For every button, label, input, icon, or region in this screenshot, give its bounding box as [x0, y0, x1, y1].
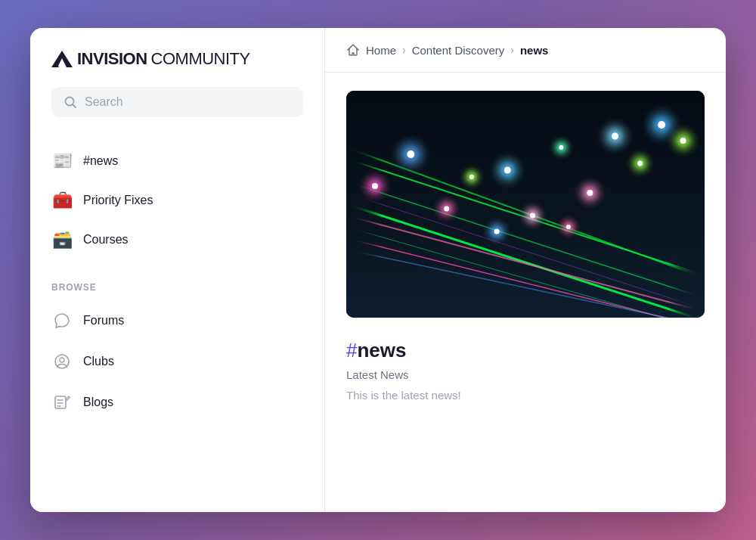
sidebar: INVISION COMMUNITY Search 📰 #news 🧰 — [30, 28, 325, 512]
logo-area: INVISION COMMUNITY — [30, 49, 324, 87]
breadcrumb-content-discovery[interactable]: Content Discovery — [412, 44, 505, 57]
svg-marker-0 — [51, 51, 73, 67]
breadcrumb-sep-2: › — [510, 44, 514, 56]
browse-section: BROWSE Forums — [30, 275, 324, 423]
browse-item-blogs-label: Blogs — [83, 396, 113, 409]
svg-point-2 — [66, 98, 74, 106]
nav-item-courses[interactable]: 🗃️ Courses — [30, 220, 324, 259]
browse-item-forums-label: Forums — [83, 314, 124, 327]
nav-item-courses-label: Courses — [83, 233, 129, 247]
svg-line-3 — [73, 105, 76, 108]
svg-point-5 — [60, 358, 64, 362]
content-area: #news Latest News This is the latest new… — [325, 73, 726, 512]
browse-item-clubs-label: Clubs — [83, 355, 114, 368]
search-icon — [64, 95, 77, 109]
nav-item-news[interactable]: 📰 #news — [30, 141, 324, 181]
browse-item-clubs[interactable]: Clubs — [51, 341, 303, 382]
content-title-text: news — [357, 339, 406, 362]
logo-invision-text: INVISION — [77, 49, 147, 69]
breadcrumb-news: news — [520, 44, 549, 57]
nav-item-priority-fixes-label: Priority Fixes — [83, 194, 153, 207]
nav-items: 📰 #news 🧰 Priority Fixes 🗃️ Courses — [30, 135, 324, 275]
nav-item-news-label: #news — [83, 154, 118, 168]
browse-item-forums[interactable]: Forums — [51, 300, 303, 341]
breadcrumb-home[interactable]: Home — [366, 44, 396, 57]
nav-item-priority-fixes-icon: 🧰 — [51, 191, 73, 210]
content-subtitle: Latest News — [346, 368, 705, 381]
content-card: #news Latest News This is the latest new… — [346, 336, 705, 405]
home-icon — [346, 43, 360, 57]
search-box[interactable]: Search — [51, 87, 303, 117]
browse-heading: BROWSE — [51, 282, 303, 293]
nav-item-priority-fixes[interactable]: 🧰 Priority Fixes — [30, 181, 324, 220]
nav-item-news-icon: 📰 — [51, 151, 73, 171]
content-description: This is the latest news! — [346, 389, 705, 402]
content-title-hash: # — [346, 339, 357, 362]
app-container: INVISION COMMUNITY Search 📰 #news 🧰 — [30, 28, 726, 512]
breadcrumb-sep-1: › — [402, 44, 406, 56]
main-content: Home › Content Discovery › news #news La… — [325, 28, 726, 512]
browse-items: Forums Clubs — [51, 300, 303, 423]
browse-item-blogs[interactable]: Blogs — [51, 382, 303, 423]
edit-box-icon — [51, 392, 73, 413]
person-circle-icon — [51, 351, 73, 372]
chat-icon — [51, 310, 73, 331]
logo-community-text: COMMUNITY — [151, 49, 250, 69]
content-title: #news — [346, 339, 705, 362]
search-placeholder: Search — [85, 95, 123, 109]
breadcrumb: Home › Content Discovery › news — [325, 28, 726, 73]
hero-image — [346, 91, 705, 318]
logo-mark-icon — [51, 51, 73, 67]
nav-item-courses-icon: 🗃️ — [51, 230, 73, 250]
search-area: Search — [30, 87, 324, 135]
hero-canvas — [346, 91, 705, 318]
